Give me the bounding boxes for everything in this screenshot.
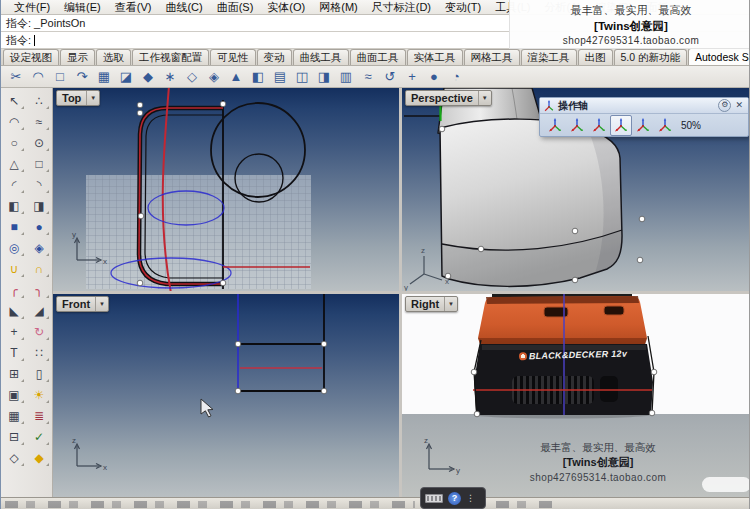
menu-item[interactable]: 曲面(S) bbox=[210, 0, 261, 15]
edge-match-icon[interactable]: ◧ bbox=[247, 67, 269, 86]
shade-icon[interactable]: ◇ bbox=[2, 447, 26, 468]
reflect-icon[interactable]: ◫ bbox=[291, 67, 313, 86]
add-handle-icon[interactable]: + bbox=[401, 67, 423, 86]
menu-item[interactable]: 变动(T) bbox=[438, 0, 488, 15]
check-select-icon[interactable]: ✓ bbox=[27, 426, 51, 447]
surface-loft-icon[interactable]: ◨ bbox=[27, 195, 51, 216]
history-record-icon[interactable]: ≣ bbox=[27, 405, 51, 426]
viewport-top-label[interactable]: Top ▼ bbox=[56, 90, 100, 106]
gumball-title-bar[interactable]: 操作轴 ⚙ ✕ bbox=[540, 98, 748, 114]
block-icon[interactable]: ▯ bbox=[27, 363, 51, 384]
symmetry-icon[interactable]: ◨ bbox=[313, 67, 335, 86]
rotate-icon[interactable]: ↻ bbox=[27, 321, 51, 342]
render-icon[interactable]: ▣ bbox=[2, 384, 26, 405]
viewport-front-label[interactable]: Front ▼ bbox=[56, 296, 109, 312]
menu-item[interactable]: 网格(M) bbox=[312, 0, 365, 15]
multiblend-icon[interactable]: ∗ bbox=[159, 67, 181, 86]
surface-fit-icon[interactable]: ◇ bbox=[181, 67, 203, 86]
ribbon-tab[interactable]: 变动 bbox=[257, 49, 292, 65]
close-icon[interactable]: ✕ bbox=[735, 100, 743, 111]
ribbon-tab[interactable]: Autodesk Shape Modeling bbox=[688, 49, 750, 65]
ribbon-tab[interactable]: 显示 bbox=[60, 49, 95, 65]
solid-sphere-icon[interactable]: ● bbox=[27, 216, 51, 237]
surface-3pt-icon[interactable]: ◧ bbox=[2, 195, 26, 216]
extract-curve-icon[interactable]: ✂ bbox=[5, 67, 27, 86]
gumball-align-cplane-icon[interactable] bbox=[566, 115, 588, 136]
match-curve-icon[interactable]: ◠ bbox=[27, 67, 49, 86]
solid-box-icon[interactable]: ■ bbox=[2, 216, 26, 237]
menu-item[interactable]: 编辑(E) bbox=[57, 0, 108, 15]
text-object-icon[interactable]: T bbox=[2, 342, 26, 363]
gumball-align-object-icon[interactable] bbox=[588, 115, 610, 136]
ribbon-tab[interactable]: 曲线工具 bbox=[293, 49, 349, 65]
lights-icon[interactable]: ☀ bbox=[27, 384, 51, 405]
ribbon-tab[interactable]: 曲面工具 bbox=[350, 49, 406, 65]
control-points-on-icon[interactable]: ∴ bbox=[27, 90, 51, 111]
rectangle-icon[interactable]: □ bbox=[27, 153, 51, 174]
viewport-perspective-label[interactable]: Perspective ▼ bbox=[405, 90, 492, 106]
rebuild-surface-icon[interactable]: □ bbox=[49, 67, 71, 86]
array-icon[interactable]: ▦ bbox=[2, 405, 26, 426]
flatten-icon[interactable]: ▲ bbox=[225, 67, 247, 86]
curve-interpolate-icon[interactable]: ≈ bbox=[27, 111, 51, 132]
keyboard-icon[interactable] bbox=[425, 494, 443, 503]
insert-knot-icon[interactable]: ≈ bbox=[357, 67, 379, 86]
circle-icon[interactable]: ○ bbox=[2, 132, 26, 153]
ribbon-tab[interactable]: 网格工具 bbox=[464, 49, 520, 65]
ribbon-tab[interactable]: 渲染工具 bbox=[521, 49, 577, 65]
history-icon[interactable]: ↺ bbox=[379, 67, 401, 86]
help-icon[interactable]: ? bbox=[448, 492, 461, 505]
boolean-union-icon[interactable]: ∪ bbox=[2, 258, 26, 279]
split-icon[interactable]: ◢ bbox=[27, 300, 51, 321]
delete-icon[interactable]: ◆ bbox=[27, 447, 51, 468]
viewport-dropdown-icon[interactable]: ▼ bbox=[86, 91, 99, 105]
ribbon-tab[interactable]: 选取 bbox=[96, 49, 131, 65]
polyline-icon[interactable]: △ bbox=[2, 153, 26, 174]
smooth-icon[interactable]: ◈ bbox=[203, 67, 225, 86]
surface-revolve-icon[interactable]: ◈ bbox=[27, 237, 51, 258]
viewport-dropdown-icon[interactable]: ▼ bbox=[444, 297, 457, 311]
menu-item[interactable]: 文件(F) bbox=[7, 0, 57, 15]
group-icon[interactable]: ⊞ bbox=[2, 363, 26, 384]
gumball-toggle-icon[interactable] bbox=[544, 115, 566, 136]
viewport-front[interactable]: Front ▼ z bbox=[53, 294, 399, 497]
copy-icon[interactable]: ⊟ bbox=[2, 426, 26, 447]
arc-3pt-icon[interactable]: ◝ bbox=[27, 174, 51, 195]
blend-surface-icon[interactable]: ╮ bbox=[27, 279, 51, 300]
ribbon-tab[interactable]: 可见性 bbox=[210, 49, 256, 65]
menu-item[interactable]: 曲线(C) bbox=[158, 0, 209, 15]
arc-icon[interactable]: ◜ bbox=[2, 174, 26, 195]
drag-point-icon[interactable]: ▥ bbox=[335, 67, 357, 86]
viewport-dropdown-icon[interactable]: ▼ bbox=[478, 91, 491, 105]
bend-icon[interactable]: ↷ bbox=[71, 67, 93, 86]
ribbon-tab[interactable]: 工作视窗配置 bbox=[132, 49, 209, 65]
viewport-right[interactable]: Right ▼ bbox=[402, 294, 750, 497]
gumball-scale-value[interactable]: 50% bbox=[681, 120, 701, 131]
viewport-right-label[interactable]: Right ▼ bbox=[405, 296, 458, 312]
menu-item[interactable]: 实体(O) bbox=[260, 0, 312, 15]
zebra-icon[interactable]: ▤ bbox=[269, 67, 291, 86]
fillet-surface-icon[interactable]: ╭ bbox=[2, 279, 26, 300]
more-options-icon[interactable]: ⋮ bbox=[466, 493, 476, 503]
gumball-settings-icon[interactable]: ⚙ bbox=[718, 99, 731, 112]
ribbon-tab[interactable]: 实体工具 bbox=[407, 49, 463, 65]
menu-item[interactable]: 查看(V) bbox=[108, 0, 159, 15]
boolean-difference-icon[interactable]: ∩ bbox=[27, 258, 51, 279]
ribbon-tab[interactable]: 设定视图 bbox=[3, 49, 59, 65]
select-icon[interactable]: ↖ bbox=[2, 90, 26, 111]
rebuild-uv-icon[interactable]: ▦ bbox=[93, 67, 115, 86]
ribbon-tab[interactable]: 出图 bbox=[578, 49, 613, 65]
analyze-icon[interactable]: ◔ bbox=[445, 67, 467, 86]
gumball-align-world-icon[interactable] bbox=[610, 115, 632, 136]
trim-icon[interactable]: ◣ bbox=[2, 300, 26, 321]
gumball-drag-strength-icon[interactable] bbox=[654, 115, 676, 136]
viewport-top[interactable]: Top ▼ bbox=[53, 88, 399, 291]
control-point-edit-icon[interactable]: ◆ bbox=[137, 67, 159, 86]
point-grid-icon[interactable]: ∷ bbox=[27, 342, 51, 363]
patch-icon[interactable]: ◪ bbox=[115, 67, 137, 86]
menu-item[interactable]: 尺寸标注(D) bbox=[365, 0, 438, 15]
gumball-relocate-icon[interactable] bbox=[632, 115, 654, 136]
move-icon[interactable]: + bbox=[2, 321, 26, 342]
point-on-icon[interactable]: ● bbox=[423, 67, 445, 86]
curve-freeform-icon[interactable]: ◠ bbox=[2, 111, 26, 132]
